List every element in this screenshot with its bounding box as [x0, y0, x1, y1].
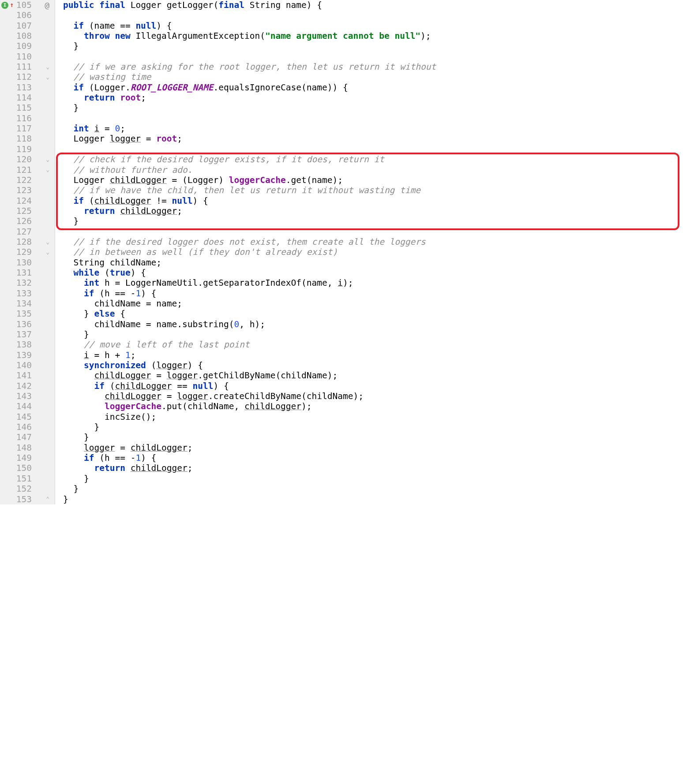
code-line[interactable] [63, 144, 683, 154]
code-line[interactable]: loggerCache.put(childName, childLogger); [63, 401, 683, 411]
fold-toggle-icon[interactable]: ⌄ [46, 237, 49, 247]
gutter-line[interactable]: 115 [0, 103, 51, 113]
code-line[interactable]: childLogger = logger.createChildByName(c… [63, 391, 683, 401]
gutter-line[interactable]: 121⌄ [0, 165, 51, 175]
code-line[interactable]: } [63, 474, 683, 484]
code-line[interactable]: // if we are asking for the root logger,… [63, 62, 683, 72]
fold-toggle-icon[interactable]: ⌄ [46, 247, 49, 257]
code-line[interactable]: throw new IllegalArgumentException("name… [63, 31, 683, 41]
gutter-line[interactable]: 133 [0, 288, 51, 299]
gutter-line[interactable]: 151 [0, 474, 51, 484]
gutter-line[interactable]: 117 [0, 123, 51, 134]
code-line[interactable]: // wasting time [63, 72, 683, 82]
code-line[interactable]: } [63, 41, 683, 51]
gutter-line[interactable]: 120⌄ [0, 154, 51, 164]
code-line[interactable]: if (h == -1) { [63, 453, 683, 463]
gutter-line[interactable]: 153⌃ [0, 494, 51, 504]
gutter-line[interactable]: 112⌄ [0, 72, 51, 82]
gutter-line[interactable]: 138 [0, 340, 51, 350]
override-icon[interactable]: I [1, 2, 8, 9]
gutter-line[interactable]: 142 [0, 381, 51, 391]
gutter-line[interactable]: 152 [0, 484, 51, 494]
gutter-line[interactable]: 148 [0, 443, 51, 453]
code-line[interactable]: // if we have the child, then let us ret… [63, 185, 683, 195]
gutter-line[interactable]: 114 [0, 93, 51, 103]
gutter-line[interactable]: 144 [0, 401, 51, 411]
code-line[interactable] [63, 227, 683, 237]
code-line[interactable]: return childLogger; [63, 206, 683, 216]
code-line[interactable]: // in between as well (if they don't alr… [63, 247, 683, 257]
gutter-line[interactable]: 131 [0, 268, 51, 278]
gutter-line[interactable]: 140 [0, 360, 51, 370]
fold-toggle-icon[interactable]: ⌄ [46, 62, 49, 72]
code-line[interactable]: Logger childLogger = (Logger) loggerCach… [63, 175, 683, 185]
code-line[interactable]: // if the desired logger does not exist,… [63, 237, 683, 247]
code-line[interactable]: childName = name; [63, 299, 683, 309]
annotation-icon[interactable]: @ [45, 0, 49, 10]
code-line[interactable]: // check if the desired logger exists, i… [63, 154, 683, 164]
code-line[interactable]: } [63, 422, 683, 432]
code-line[interactable] [63, 113, 683, 123]
gutter-line[interactable]: 105I↑@ [0, 0, 51, 10]
code-line[interactable]: synchronized (logger) { [63, 360, 683, 370]
code-line[interactable]: public final Logger getLogger(final Stri… [63, 0, 683, 10]
gutter-line[interactable]: 128⌄ [0, 237, 51, 247]
gutter-line[interactable]: 146 [0, 422, 51, 432]
gutter-line[interactable]: 145 [0, 412, 51, 422]
code-line[interactable]: String childName; [63, 258, 683, 268]
gutter-line[interactable]: 124 [0, 196, 51, 206]
code-line[interactable]: // move i left of the last point [63, 340, 683, 350]
gutter-line[interactable]: 118 [0, 134, 51, 144]
gutter-line[interactable]: 132 [0, 278, 51, 288]
code-line[interactable]: } [63, 432, 683, 442]
code-line[interactable]: if (childLogger != null) { [63, 196, 683, 206]
fold-toggle-icon[interactable]: ⌃ [46, 494, 49, 504]
code-line[interactable]: logger = childLogger; [63, 443, 683, 453]
gutter-line[interactable]: 126 [0, 216, 51, 226]
gutter-line[interactable]: 147 [0, 432, 51, 442]
code-line[interactable]: if (childLogger == null) { [63, 381, 683, 391]
gutter-line[interactable]: 123 [0, 185, 51, 195]
code-line[interactable]: i = h + 1; [63, 350, 683, 360]
code-line[interactable]: } [63, 484, 683, 494]
gutter-line[interactable]: 107 [0, 21, 51, 31]
code-line[interactable]: return childLogger; [63, 463, 683, 473]
code-line[interactable] [63, 52, 683, 62]
gutter-line[interactable]: 129⌄ [0, 247, 51, 257]
code-line[interactable]: if (Logger.ROOT_LOGGER_NAME.equalsIgnore… [63, 82, 683, 93]
gutter-line[interactable]: 108 [0, 31, 51, 41]
fold-toggle-icon[interactable]: ⌄ [46, 165, 49, 175]
gutter-line[interactable]: 110 [0, 52, 51, 62]
fold-toggle-icon[interactable]: ⌄ [46, 72, 49, 82]
gutter-line[interactable]: 143 [0, 391, 51, 401]
editor-code-area[interactable]: public final Logger getLogger(final Stri… [55, 0, 683, 504]
gutter-line[interactable]: 122 [0, 175, 51, 185]
gutter-line[interactable]: 127 [0, 227, 51, 237]
gutter-line[interactable]: 141 [0, 370, 51, 381]
gutter-line[interactable]: 116 [0, 113, 51, 123]
gutter-line[interactable]: 130 [0, 258, 51, 268]
gutter-line[interactable]: 135 [0, 309, 51, 319]
code-line[interactable]: return root; [63, 93, 683, 103]
gutter-line[interactable]: 106 [0, 10, 51, 20]
code-line[interactable]: childName = name.substring(0, h); [63, 319, 683, 329]
code-line[interactable]: } else { [63, 309, 683, 319]
gutter-line[interactable]: 139 [0, 350, 51, 360]
code-line[interactable]: childLogger = logger.getChildByName(chil… [63, 370, 683, 381]
gutter-line[interactable]: 134 [0, 299, 51, 309]
gutter-line[interactable]: 119 [0, 144, 51, 154]
code-line[interactable]: incSize(); [63, 412, 683, 422]
code-line[interactable]: int h = LoggerNameUtil.getSeparatorIndex… [63, 278, 683, 288]
code-line[interactable]: } [63, 103, 683, 113]
code-line[interactable]: if (h == -1) { [63, 288, 683, 299]
code-line[interactable]: } [63, 216, 683, 226]
code-line[interactable]: int i = 0; [63, 123, 683, 134]
code-line[interactable]: Logger logger = root; [63, 134, 683, 144]
code-line[interactable]: } [63, 329, 683, 340]
gutter-line[interactable]: 109 [0, 41, 51, 51]
code-line[interactable]: if (name == null) { [63, 21, 683, 31]
gutter-line[interactable]: 149 [0, 453, 51, 463]
code-line[interactable]: } [63, 494, 683, 504]
gutter-line[interactable]: 150 [0, 463, 51, 473]
gutter-line[interactable]: 113 [0, 82, 51, 93]
